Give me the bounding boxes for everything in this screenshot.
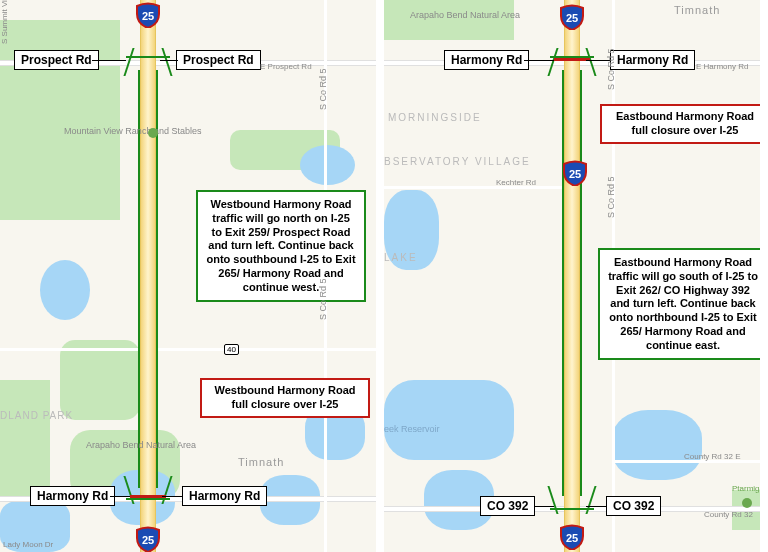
park-area (0, 380, 50, 500)
poi-label: Arapaho Bend Natural Area (410, 10, 520, 20)
water (612, 410, 702, 480)
road-label: E Harmony Rd (696, 62, 748, 71)
label-co392-right: CO 392 (606, 496, 661, 516)
leader-line (110, 496, 130, 497)
leader-line (534, 506, 554, 507)
area-label: DLAND PARK (0, 410, 73, 421)
label-prospect-left: Prospect Rd (14, 50, 99, 70)
detour-route (126, 56, 170, 58)
i25-shield-icon: 25 (559, 4, 585, 30)
closure-marker (554, 58, 590, 61)
closure-description-box: Eastbound Harmony Road full closure over… (600, 104, 760, 144)
minor-road (0, 348, 376, 351)
detour-description-box: Westbound Harmony Road traffic will go n… (196, 190, 366, 302)
road-label: S Co Rd 5 (606, 176, 616, 218)
road-label: Lady Moon Dr (3, 540, 53, 549)
golf-icon (148, 128, 158, 138)
golf-icon (742, 498, 752, 508)
map-westbound: 25 25 Prospect Rd Prospect Rd Harmony Rd… (0, 0, 376, 552)
leader-line (160, 60, 178, 61)
road-label: Kechter Rd (496, 178, 536, 187)
i25-corridor (140, 0, 156, 552)
label-harmony-right: Harmony Rd (610, 50, 695, 70)
svg-text:25: 25 (566, 12, 578, 24)
water (384, 380, 514, 460)
park-area (384, 0, 514, 40)
poi-label: Ptarmiga (732, 484, 760, 493)
label-harmony-left: Harmony Rd (444, 50, 529, 70)
leader-line (524, 60, 554, 61)
poi-label: Arapaho Bend Natural Area (86, 440, 196, 450)
water (300, 145, 355, 185)
leader-line (586, 506, 606, 507)
park-area (60, 340, 140, 420)
i25-shield-icon: 25 (559, 524, 585, 550)
svg-text:25: 25 (142, 534, 154, 546)
i25-shield-icon: 25 (135, 526, 161, 552)
area-label: LAKE (384, 252, 418, 263)
label-prospect-right: Prospect Rd (176, 50, 261, 70)
poi-label: Mountain View Ranch and Stables (64, 126, 201, 136)
i25-shield-icon: 25 (562, 160, 582, 180)
road-label: S Co Rd 5 (606, 48, 616, 90)
svg-text:25: 25 (142, 10, 154, 22)
area-label: MORNINGSIDE (388, 112, 482, 123)
detour-route (580, 70, 582, 496)
route-40-badge: 40 (224, 344, 239, 355)
water-label: eek Reservoir (384, 424, 440, 434)
leader-line (92, 60, 126, 61)
map-eastbound: 25 25 25 Harmony Rd Harmony Rd CO 392 CO… (384, 0, 760, 552)
i25-corridor (564, 0, 580, 552)
detour-description-box: Eastbound Harmony Road traffic will go s… (598, 248, 760, 360)
road-label: County Rd 32 E (684, 452, 740, 461)
road-label: E Prospect Rd (260, 62, 312, 71)
water (40, 260, 90, 320)
closure-marker (130, 495, 166, 498)
label-harmony-right: Harmony Rd (182, 486, 267, 506)
detour-route (562, 70, 564, 496)
label-co392-left: CO 392 (480, 496, 535, 516)
closure-description-box: Westbound Harmony Road full closure over… (200, 378, 370, 418)
svg-text:25: 25 (566, 532, 578, 544)
town-label: Timnath (238, 456, 284, 468)
area-label: BSERVATORY VILLAGE (384, 156, 531, 167)
detour-route (126, 498, 170, 500)
road-label: County Rd 32 (704, 510, 753, 519)
road-label: S Co Rd 5 (318, 278, 328, 320)
detour-route (550, 508, 594, 510)
road-label: S Summit View Dr (0, 0, 9, 44)
town-label: Timnath (674, 4, 720, 16)
detour-maps-pair: 25 25 Prospect Rd Prospect Rd Harmony Rd… (0, 0, 768, 552)
kechter-rd (384, 186, 580, 189)
leader-line (162, 496, 182, 497)
label-harmony-left: Harmony Rd (30, 486, 115, 506)
svg-text:25: 25 (569, 168, 581, 180)
i25-shield-icon: 25 (135, 2, 161, 28)
road-label: S Co Rd 5 (318, 68, 328, 110)
